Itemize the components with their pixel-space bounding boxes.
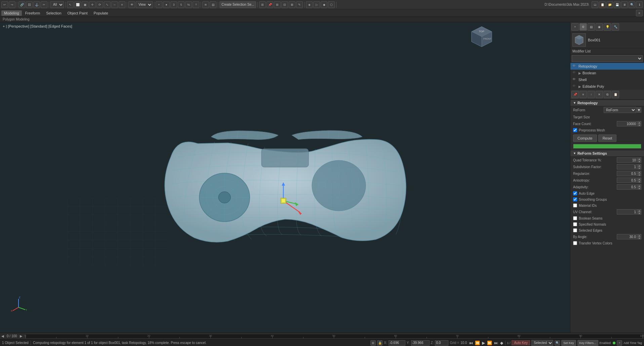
- play-key-btn[interactable]: ◆: [499, 341, 504, 345]
- auto-key-button[interactable]: Auto Key: [512, 340, 530, 345]
- undo-btn[interactable]: ↩: [1, 1, 8, 8]
- bind-btn[interactable]: ⚓: [33, 1, 40, 8]
- section-retopology[interactable]: ▼ Retopology: [570, 100, 644, 106]
- tool-paste-btn[interactable]: 📋: [612, 91, 619, 98]
- select-btn[interactable]: ↖: [67, 1, 74, 8]
- y-coord-input[interactable]: [411, 340, 430, 346]
- tool-delete-btn[interactable]: ✕: [596, 91, 603, 98]
- tool-pin-btn[interactable]: 📌: [571, 91, 579, 98]
- reset-button[interactable]: Reset: [598, 134, 617, 142]
- selected-edges-checkbox[interactable]: [573, 228, 577, 232]
- monitor-btn[interactable]: 🖥: [621, 1, 628, 8]
- unlink-btn[interactable]: ⛓: [26, 1, 33, 8]
- eye-icon-retopology[interactable]: 👁: [572, 64, 577, 69]
- eye-icon-shell[interactable]: 👁: [572, 77, 577, 82]
- play-play-btn[interactable]: ▶: [481, 341, 486, 345]
- play-prev-btn[interactable]: ⏪: [474, 341, 481, 345]
- regularize-up[interactable]: ▲: [637, 171, 641, 174]
- scene4-btn[interactable]: 🔍: [629, 1, 635, 8]
- scene3-btn[interactable]: 💾: [614, 1, 620, 8]
- scene2-btn[interactable]: 📁: [606, 1, 613, 8]
- auto-edge-checkbox[interactable]: [573, 191, 577, 195]
- play-end-btn[interactable]: ⏭: [493, 341, 499, 345]
- smoothing-groups-checkbox[interactable]: [573, 197, 577, 201]
- render3-btn[interactable]: ⬡: [328, 1, 335, 8]
- tool-copy-btn[interactable]: ⧉: [604, 91, 611, 98]
- selection-filter-select[interactable]: Selected: [531, 340, 553, 346]
- info-btn[interactable]: ℹ: [636, 1, 643, 8]
- boolean-seams-checkbox[interactable]: [573, 216, 577, 220]
- reform-settings-btn[interactable]: ▼: [637, 107, 641, 113]
- display-panel-btn[interactable]: 💡: [604, 23, 611, 31]
- by-angle-up[interactable]: ▲: [637, 234, 641, 237]
- menu-populate[interactable]: Populate: [91, 10, 111, 16]
- viewport[interactable]: + | [Perspective] [Standard] [Edged Face…: [0, 22, 570, 333]
- view-select[interactable]: View: [136, 1, 153, 8]
- percent-btn[interactable]: %: [185, 1, 192, 8]
- tool-list-btn[interactable]: ≡: [579, 91, 587, 98]
- status-icon2[interactable]: 🔒: [377, 340, 383, 346]
- weight-btn[interactable]: ⊞: [259, 1, 266, 8]
- regularize-input[interactable]: [617, 171, 637, 176]
- uv-up[interactable]: ▲: [637, 209, 641, 212]
- by-angle-input[interactable]: [617, 234, 637, 239]
- material-ids-checkbox[interactable]: [573, 203, 577, 207]
- link-btn[interactable]: 🔗: [18, 1, 25, 8]
- uv-down[interactable]: ▼: [637, 212, 641, 215]
- view-btn[interactable]: 👁: [128, 1, 135, 8]
- menu-freeform[interactable]: Freeform: [23, 10, 43, 16]
- tool-move-btn[interactable]: ↑: [588, 91, 595, 98]
- utility-panel-btn[interactable]: 🔧: [612, 23, 619, 31]
- quad-tol-down[interactable]: ▼: [637, 160, 641, 163]
- unbind-btn[interactable]: ✂: [41, 1, 47, 8]
- preprocess-checkbox[interactable]: [573, 128, 577, 132]
- anisotropy-up[interactable]: ▲: [637, 178, 641, 180]
- num5-btn[interactable]: 5: [178, 1, 185, 8]
- menu-selection[interactable]: Selection: [43, 10, 64, 16]
- subdiv-input[interactable]: [617, 164, 637, 169]
- num3-btn[interactable]: 3: [170, 1, 177, 8]
- motion-panel-btn[interactable]: ◉: [596, 23, 603, 31]
- selection-mode-select[interactable]: All: [50, 1, 64, 8]
- uv-channel-input[interactable]: [617, 209, 637, 215]
- asset-btn[interactable]: 🗂: [592, 1, 598, 8]
- reform-select[interactable]: ReForm: [604, 107, 636, 113]
- anisotropy-input[interactable]: [617, 178, 637, 183]
- nav-cube[interactable]: TOP FRONT: [470, 25, 493, 48]
- quad-tol-input[interactable]: [617, 157, 637, 163]
- hierarchy-panel-btn[interactable]: ▤: [588, 23, 595, 31]
- face-count-up[interactable]: ▲: [637, 121, 641, 124]
- modifier-boolean[interactable]: 👁 ▶ Boolean: [570, 70, 644, 76]
- add-time-tag-btn[interactable]: +: [617, 340, 622, 346]
- modifier-dropdown[interactable]: [572, 55, 643, 62]
- face-count-down[interactable]: ▼: [637, 124, 641, 126]
- subdiv-down[interactable]: ▼: [637, 167, 641, 169]
- subdiv-up[interactable]: ▲: [637, 164, 641, 167]
- eye-icon-editablepoly[interactable]: 👁: [572, 84, 577, 89]
- reform-settings-header[interactable]: ▼ ReForm Settings: [570, 150, 644, 157]
- key-filters-button[interactable]: Key Filters...: [577, 340, 598, 346]
- mirror-btn[interactable]: ↔: [111, 1, 118, 8]
- compute-button[interactable]: Compute: [573, 134, 597, 142]
- menu-modeling[interactable]: Modeling: [1, 10, 22, 16]
- snap2-btn[interactable]: ⌗: [193, 1, 199, 8]
- ribbon-btn[interactable]: ▤: [210, 1, 216, 8]
- redo-btn[interactable]: ↪: [9, 1, 15, 8]
- search-filter-btn[interactable]: 🔍: [555, 340, 560, 346]
- grid2-btn[interactable]: ⊟: [281, 1, 288, 8]
- sphere-btn[interactable]: ●: [163, 1, 170, 8]
- modifier-retopology[interactable]: 👁 Retopology: [570, 63, 644, 70]
- set-key-button[interactable]: Set Key: [561, 340, 576, 346]
- timeline-prev-btn[interactable]: ◀: [0, 334, 5, 338]
- select-box-btn[interactable]: ▣: [82, 1, 88, 8]
- scale-btn[interactable]: ⤡: [104, 1, 111, 8]
- menu-extra-btn[interactable]: ≡: [636, 10, 643, 16]
- face-count-input[interactable]: [617, 121, 637, 126]
- play-next-btn[interactable]: ⏩: [486, 341, 493, 345]
- adaptivity-up[interactable]: ▲: [637, 184, 641, 187]
- layers-btn[interactable]: ≋: [202, 1, 209, 8]
- render-btn[interactable]: ▷: [313, 1, 320, 8]
- by-angle-down[interactable]: ▼: [637, 237, 641, 239]
- anisotropy-down[interactable]: ▼: [637, 180, 641, 183]
- wire-btn[interactable]: ◈: [306, 1, 313, 8]
